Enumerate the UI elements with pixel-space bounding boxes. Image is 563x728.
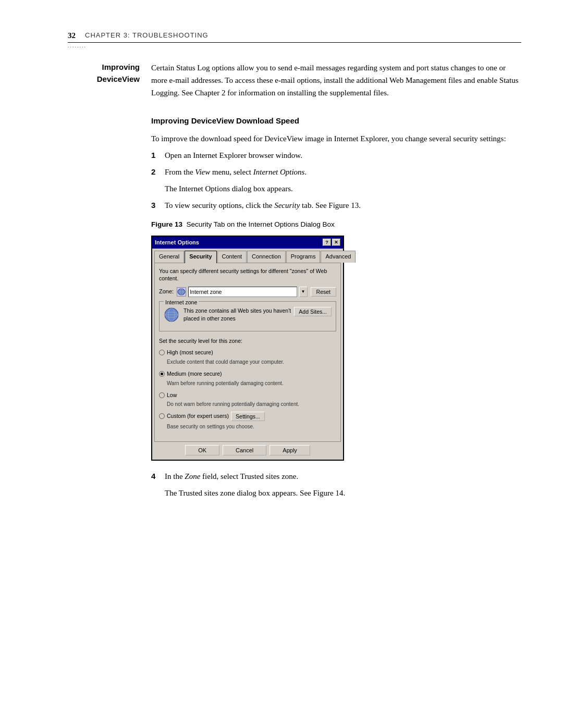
radio-low-sublabel: Do not warn before running potentially d… [167,400,336,409]
reset-button[interactable]: Reset [311,287,336,297]
dialog-content: You can specify different security setti… [154,263,341,442]
radio-custom-sublabel: Base security on settings you choose. [167,423,336,431]
radio-low-circle[interactable] [159,392,165,398]
step-2-num: 2 [151,166,165,178]
cancel-button[interactable]: Cancel [223,445,266,455]
improving-section: Improving DeviceView Certain Status Log … [68,61,521,103]
radio-low: Low [159,392,336,399]
subsection-intro: To improve the download speed for Device… [151,132,521,145]
steps-list: 1 Open an Internet Explorer browser wind… [151,149,521,178]
step-2-text: From the View menu, select Internet Opti… [165,166,521,178]
figure-caption: Figure 13 Security Tab on the Internet O… [151,219,521,230]
zone-select-container: Internet zone ▼ [177,287,307,297]
step-4: 4 In the Zone field, select Trusted site… [151,470,521,483]
figure-label: Figure 13 [151,220,182,228]
page-header: 32 Chapter 3: Troubleshooting [68,31,521,43]
zone-label: Zone: [159,287,174,297]
dialog-title: Internet Options [155,238,199,248]
step-3: 3 To view security options, click the Se… [151,199,521,212]
zone-row: Zone: [159,287,336,297]
dialog-footer: OK Cancel Apply [152,442,343,460]
settings-button[interactable]: Settings... [231,412,265,421]
zone-group-inner: Add Sites... This zone contains all Web … [164,307,332,326]
tab-content[interactable]: Content [217,251,247,263]
dialog-tabs: General Security Content Connection Prog… [152,249,343,263]
intro-paragraph: Certain Status Log options allow you to … [151,61,521,99]
zone-icon [177,287,186,297]
tab-security[interactable]: Security [185,251,216,263]
zone-group: Internet zone [159,301,336,331]
radio-low-label: Low [167,392,177,399]
step-4-sub: The Trusted sites zone dialog box appear… [165,487,521,499]
figure-caption-text: Security Tab on the Internet Options Dia… [187,220,335,228]
zone-select[interactable]: Internet zone [188,287,297,297]
tab-general[interactable]: General [154,251,184,263]
section-body: Certain Status Log options allow you to … [151,61,521,103]
radio-high-circle[interactable] [159,350,165,355]
chapter-title: Chapter 3: Troubleshooting [85,31,209,39]
radio-medium: Medium (more secure) [159,371,336,378]
step-3-text: To view security options, click the Secu… [165,199,521,212]
zone-select-arrow[interactable]: ▼ [299,287,308,297]
close-button[interactable]: ✕ [332,239,340,246]
subsection-body: Improving DeviceView Download Speed To i… [151,115,521,503]
page-number: 32 [68,31,76,40]
apply-button[interactable]: Apply [270,445,310,455]
radio-high-sublabel: Exclude content that could damage your c… [167,358,336,366]
page: 32 Chapter 3: Troubleshooting ........ I… [0,0,563,728]
dialog-intro: You can specify different security setti… [159,267,336,282]
radio-medium-circle[interactable] [159,371,165,377]
section-label: Improving DeviceView [68,61,151,103]
tab-advanced[interactable]: Advanced [321,251,356,263]
help-button[interactable]: ? [323,239,331,246]
radio-high: High (most secure) [159,349,336,356]
subsection-title: Improving DeviceView Download Speed [151,115,521,127]
radio-high-label: High (most secure) [167,349,213,356]
header-dots: ........ [68,43,95,48]
zone-desc-area: Add Sites... This zone contains all Web … [183,307,332,326]
subsection-row: Improving DeviceView Download Speed To i… [68,115,521,503]
step-2: 2 From the View menu, select Internet Op… [151,166,521,178]
add-sites-button[interactable]: Add Sites... [294,307,332,316]
step-2-sub: The Internet Options dialog box appears. [165,182,521,195]
radio-custom-circle[interactable] [159,413,165,419]
main-content: Improving DeviceView Certain Status Log … [68,61,521,503]
internet-options-dialog: Internet Options ? ✕ General Security Co… [151,236,344,461]
security-level-title: Set the security level for this zone: [159,337,336,346]
globe-icon [164,307,179,323]
ok-button[interactable]: OK [185,445,219,455]
radio-medium-label: Medium (more secure) [167,371,222,378]
radio-custom: Custom (for expert users) Settings... [159,413,336,421]
step-1-num: 1 [151,149,165,162]
titlebar-buttons: ? ✕ [323,239,340,246]
radio-medium-sublabel: Warn before running potentially damaging… [167,379,336,388]
step-1-text: Open an Internet Explorer browser window… [165,149,521,162]
step-4-text: In the Zone field, select Trusted sites … [165,470,521,483]
step-3-num: 3 [151,199,165,212]
step-4-num: 4 [151,470,165,483]
radio-custom-label: Custom (for expert users) [167,413,229,420]
zone-group-title: Internet zone [164,298,199,307]
steps-list-2: 3 To view security options, click the Se… [151,199,521,212]
dialog-screenshot: Internet Options ? ✕ General Security Co… [151,236,521,461]
step-1: 1 Open an Internet Explorer browser wind… [151,149,521,162]
tab-connection[interactable]: Connection [247,251,286,263]
security-level-section: Set the security level for this zone: Hi… [159,335,336,438]
steps-list-3: 4 In the Zone field, select Trusted site… [151,470,521,483]
dialog-titlebar: Internet Options ? ✕ [152,237,343,249]
tab-programs[interactable]: Programs [286,251,321,263]
